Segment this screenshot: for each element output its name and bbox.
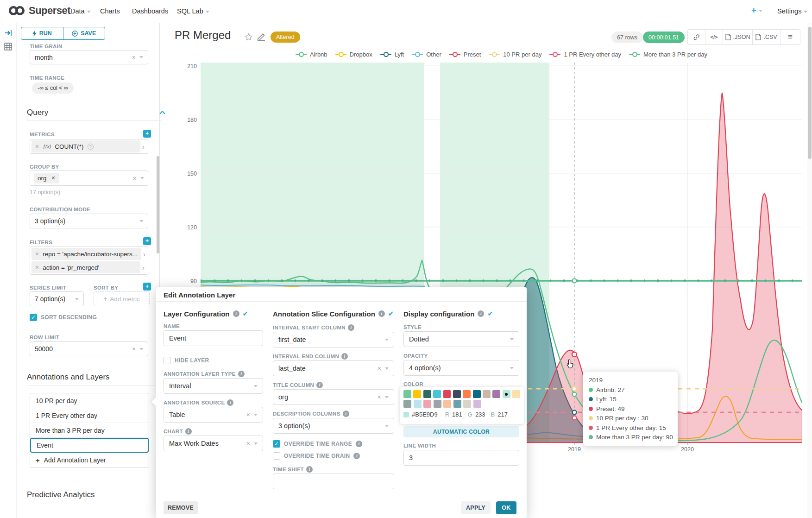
group-by-select[interactable]: org✕ ×	[30, 171, 148, 186]
caret-down-icon[interactable]	[139, 220, 143, 222]
interval-start-select[interactable]: first_date	[273, 332, 394, 347]
legend-item[interactable]: Dropbox	[335, 51, 372, 58]
title-column-select[interactable]: org×	[273, 389, 394, 405]
filter-chip[interactable]: × action = 'pr_merged'	[31, 261, 140, 273]
color-swatch[interactable]	[413, 390, 421, 398]
export-json-button[interactable]: .JSON	[723, 30, 753, 44]
sort-descending-row[interactable]: ✓ SORT DESCENDING	[30, 314, 97, 321]
color-swatch[interactable]	[434, 400, 441, 408]
opacity-select[interactable]: 4 option(s)	[403, 360, 519, 376]
run-button[interactable]: RUN	[21, 27, 63, 39]
series-limit-select[interactable]: 7 option(s)	[30, 291, 84, 306]
chart-select[interactable]: Max Work Dates×	[164, 436, 263, 451]
color-swatch[interactable]	[403, 390, 411, 398]
nav-charts[interactable]: Charts	[100, 7, 120, 15]
color-swatch[interactable]	[492, 390, 500, 398]
annotation-layer-item[interactable]: 1 PR Every other day	[30, 408, 149, 423]
add-metric-button[interactable]: +	[143, 130, 151, 138]
clear-icon[interactable]: ×	[378, 393, 381, 401]
caret-down-icon[interactable]	[254, 414, 258, 416]
hex-value[interactable]: #B5E9D9	[412, 411, 438, 418]
clear-icon[interactable]: ×	[378, 365, 381, 372]
settings-menu[interactable]: Settings	[777, 7, 807, 15]
nav-data[interactable]: Data	[70, 7, 91, 15]
caret-down-icon[interactable]	[385, 396, 389, 398]
override-time-grain-checkbox[interactable]: OVERRIDE TIME GRAINi	[273, 452, 360, 460]
caret-down-icon[interactable]	[385, 367, 389, 370]
legend-item[interactable]: More than 3 PR per day	[629, 51, 707, 58]
favorite-star-icon[interactable]	[245, 33, 253, 41]
caret-down-icon[interactable]	[385, 339, 389, 341]
checkbox-checked-icon[interactable]: ✓	[273, 440, 280, 448]
name-input[interactable]: Event	[164, 330, 263, 346]
altered-badge[interactable]: Altered	[271, 32, 300, 43]
color-swatch[interactable]	[423, 390, 431, 398]
expand-chip-icon[interactable]: ›	[142, 143, 145, 151]
color-swatch[interactable]	[512, 390, 520, 398]
annotation-layer-item-selected[interactable]: Event	[30, 438, 149, 453]
time-grain-select[interactable]: month ×	[30, 50, 148, 64]
automatic-color-button[interactable]: AUTOMATIC COLOR	[403, 426, 519, 437]
share-link-button[interactable]	[688, 30, 705, 44]
metric-chip[interactable]: × ƒ(x) COUNT(*) ?	[31, 140, 140, 152]
time-range-pill[interactable]: -∞ ≤ col < ∞	[32, 82, 74, 94]
g-value[interactable]: 233	[475, 411, 485, 418]
clear-icon[interactable]: ×	[246, 440, 250, 447]
legend-item[interactable]: 1 PR Every other day	[549, 51, 621, 58]
caret-down-icon[interactable]	[140, 177, 144, 179]
color-swatch[interactable]	[453, 390, 461, 398]
color-swatch[interactable]	[414, 400, 422, 408]
nav-sql-lab[interactable]: SQL Lab	[177, 7, 209, 15]
window-scrollbar-thumb[interactable]	[808, 27, 812, 159]
legend-item[interactable]: Preset	[449, 51, 481, 58]
row-limit-select[interactable]: 50000 ×	[30, 341, 148, 356]
superset-logo[interactable]: Superset	[8, 5, 70, 17]
remove-icon[interactable]: ×	[35, 264, 39, 271]
color-swatch[interactable]	[443, 400, 451, 408]
remove-icon[interactable]: ×	[35, 250, 39, 258]
add-annotation-layer[interactable]: + Add Annotation Layer	[30, 453, 149, 467]
annotation-layer-item[interactable]: More than 3 PR per day	[30, 423, 149, 438]
color-swatch[interactable]	[423, 400, 431, 408]
style-select[interactable]: Dotted	[403, 331, 519, 347]
chart-menu-button[interactable]: ≡	[781, 30, 800, 44]
legend-item[interactable]: 10 PR per day	[489, 51, 541, 58]
filter-chip[interactable]: × repo = 'apache/incubator-supers...	[31, 248, 141, 260]
datasource-grid-icon[interactable]	[4, 43, 12, 51]
add-sort-button[interactable]: +	[143, 283, 151, 291]
clear-icon[interactable]: ×	[133, 175, 137, 182]
caret-down-icon[interactable]	[139, 56, 143, 58]
caret-down-icon[interactable]	[510, 338, 514, 341]
color-swatch[interactable]	[443, 390, 451, 398]
color-swatch[interactable]	[453, 400, 461, 408]
annotation-layer-item[interactable]: 10 PR per day	[30, 393, 149, 408]
interval-end-select[interactable]: last_date×	[273, 360, 394, 376]
checkbox-unchecked-icon[interactable]	[164, 357, 171, 364]
edit-pencil-icon[interactable]	[258, 33, 265, 41]
legend-item[interactable]: Other	[412, 51, 441, 58]
color-swatch[interactable]	[433, 390, 441, 398]
color-swatch[interactable]	[473, 400, 481, 408]
checkbox-checked-icon[interactable]: ✓	[30, 314, 37, 321]
checkbox-unchecked-icon[interactable]	[273, 452, 280, 460]
remove-button[interactable]: REMOVE	[164, 501, 198, 514]
expand-chip-icon[interactable]: ›	[143, 250, 145, 258]
annotation-layer-type-select[interactable]: Interval	[164, 378, 263, 394]
contribution-mode-select[interactable]: 3 option(s)	[30, 214, 148, 228]
r-value[interactable]: 181	[452, 411, 462, 418]
ok-button[interactable]: OK	[496, 501, 516, 514]
nav-dashboards[interactable]: Dashboards	[132, 7, 168, 15]
expand-chip-icon[interactable]: ›	[142, 264, 145, 272]
collapse-chevron-icon[interactable]	[159, 111, 165, 114]
embed-code-button[interactable]: </>	[705, 30, 723, 44]
caret-down-icon[interactable]	[254, 385, 258, 387]
clear-icon[interactable]: ×	[132, 345, 136, 353]
caret-down-icon[interactable]	[139, 348, 143, 350]
export-csv-button[interactable]: .CSV	[753, 30, 781, 44]
add-filter-button[interactable]: +	[143, 237, 151, 245]
line-width-input[interactable]: 3	[403, 450, 519, 466]
apply-button[interactable]: APPLY	[461, 501, 491, 514]
b-value[interactable]: 217	[497, 411, 508, 418]
clear-icon[interactable]: ×	[246, 411, 250, 418]
color-swatch[interactable]	[463, 390, 471, 398]
